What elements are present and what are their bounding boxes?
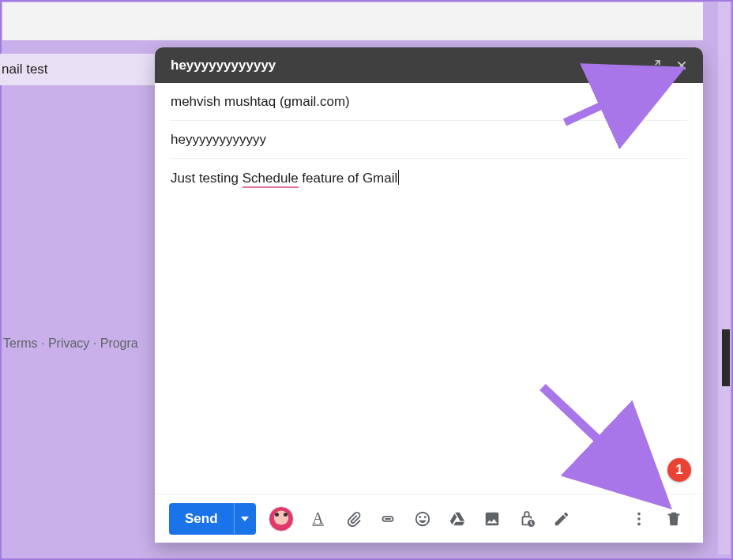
- gmail-top-bar: [2, 2, 703, 40]
- compose-window: heyyyyyyyyyyyy mehvish mushtaq (gmail.co…: [155, 47, 703, 543]
- footer-links: Terms · Privacy · Progra: [3, 336, 138, 351]
- svg-point-2: [637, 517, 641, 521]
- footer-privacy[interactable]: Privacy: [48, 336, 89, 350]
- minimize-icon[interactable]: [618, 55, 638, 76]
- notification-badge: 1: [667, 458, 691, 482]
- body-text-post: feature of Gmail: [299, 171, 398, 186]
- pen-icon[interactable]: [547, 504, 577, 534]
- send-button[interactable]: Send: [169, 503, 234, 535]
- drive-icon[interactable]: [442, 504, 472, 534]
- more-options-icon[interactable]: [624, 504, 654, 534]
- send-group: Send: [169, 503, 256, 535]
- subject-field[interactable]: heyyyyyyyyyyyy: [171, 121, 687, 159]
- body-text-pre: Just testing: [171, 171, 242, 186]
- subject-value: heyyyyyyyyyyyy: [171, 132, 266, 148]
- to-value: mehvish mushtaq (gmail.com): [171, 94, 350, 110]
- svg-point-1: [637, 512, 641, 515]
- svg-point-3: [637, 522, 641, 525]
- to-field[interactable]: mehvish mushtaq (gmail.com): [171, 83, 687, 121]
- compose-body[interactable]: Just testing Schedule feature of Gmail: [155, 159, 703, 494]
- footer-program[interactable]: Progra: [100, 336, 138, 350]
- compose-header[interactable]: heyyyyyyyyyyyy: [155, 47, 703, 83]
- text-cursor: [398, 170, 399, 185]
- thread-row[interactable]: nail test: [0, 54, 155, 85]
- emoji-icon[interactable]: [408, 504, 438, 534]
- avatar[interactable]: [269, 506, 294, 532]
- fullscreen-icon[interactable]: [645, 55, 665, 76]
- discard-icon[interactable]: [659, 504, 689, 534]
- footer-terms[interactable]: Terms: [3, 336, 38, 350]
- scrollbar-track[interactable]: [718, 2, 730, 554]
- body-text-spellcheck: Schedule: [242, 171, 299, 188]
- scrollbar-thumb[interactable]: [722, 329, 730, 386]
- close-icon[interactable]: [671, 55, 692, 76]
- compose-toolbar: Send A: [155, 494, 703, 543]
- svg-rect-0: [624, 68, 633, 70]
- confidential-icon[interactable]: [512, 504, 542, 534]
- image-icon[interactable]: [477, 504, 507, 534]
- send-options-button[interactable]: [234, 503, 256, 535]
- link-icon[interactable]: [373, 504, 403, 534]
- thread-subject: nail test: [2, 62, 48, 77]
- formatting-icon[interactable]: A: [303, 504, 333, 534]
- attach-icon[interactable]: [338, 504, 368, 534]
- compose-title: heyyyyyyyyyyyy: [171, 58, 611, 73]
